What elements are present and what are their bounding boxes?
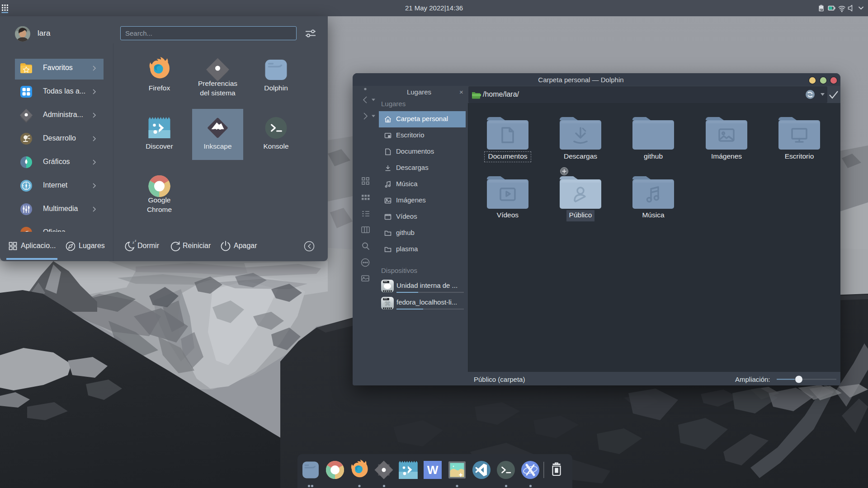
svg-text:W: W bbox=[427, 463, 439, 477]
svg-text:z: z bbox=[135, 239, 137, 242]
svg-text:z: z bbox=[132, 240, 134, 244]
svg-text:⌘: ⌘ bbox=[385, 300, 391, 307]
